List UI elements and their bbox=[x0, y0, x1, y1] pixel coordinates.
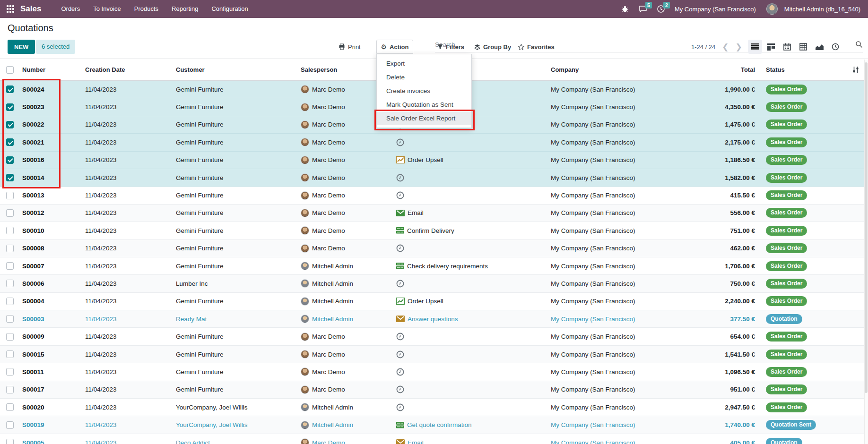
clock-icon[interactable] bbox=[396, 244, 404, 252]
table-row[interactable]: S00021 11/04/2023 Gemini Furniture Marc … bbox=[0, 134, 868, 151]
header-total[interactable]: Total bbox=[683, 66, 758, 73]
kanban-view-icon[interactable] bbox=[764, 40, 778, 54]
table-row[interactable]: S00014 11/04/2023 Gemini Furniture Marc … bbox=[0, 169, 868, 187]
row-checkbox[interactable] bbox=[6, 386, 14, 393]
activities-icon[interactable]: 2 bbox=[654, 0, 668, 18]
row-checkbox[interactable] bbox=[6, 333, 14, 341]
company-switcher[interactable]: My Company (San Francisco) bbox=[672, 6, 759, 13]
header-company[interactable]: Company bbox=[547, 66, 683, 73]
table-row[interactable]: S00011 11/04/2023 Gemini Furniture Marc … bbox=[0, 363, 868, 381]
column-settings-icon[interactable] bbox=[852, 66, 859, 74]
clock-icon[interactable] bbox=[396, 138, 404, 146]
row-checkbox[interactable] bbox=[6, 368, 14, 376]
pivot-view-icon[interactable] bbox=[796, 40, 810, 54]
user-avatar[interactable] bbox=[766, 3, 778, 15]
new-button[interactable]: NEW bbox=[8, 40, 35, 54]
list-view-icon[interactable] bbox=[748, 40, 762, 54]
header-creation-date[interactable]: Creation Date bbox=[82, 66, 173, 73]
table-row[interactable]: S00016 11/04/2023 Gemini Furniture Marc … bbox=[0, 152, 868, 169]
table-row[interactable]: S00017 11/04/2023 Gemini Furniture Marc … bbox=[0, 381, 868, 399]
clock-icon[interactable] bbox=[396, 368, 404, 376]
table-row[interactable]: S00015 11/04/2023 Gemini Furniture Marc … bbox=[0, 346, 868, 363]
email-icon[interactable] bbox=[396, 439, 405, 444]
table-row[interactable]: S00012 11/04/2023 Gemini Furniture Marc … bbox=[0, 205, 868, 222]
row-checkbox[interactable] bbox=[6, 245, 14, 252]
clock-icon[interactable] bbox=[396, 191, 404, 199]
vertical-scrollbar[interactable] bbox=[864, 60, 868, 444]
pager-previous-icon[interactable]: ❮ bbox=[722, 42, 729, 52]
row-checkbox[interactable] bbox=[6, 262, 14, 270]
row-checkbox[interactable] bbox=[6, 209, 14, 217]
row-checkbox[interactable] bbox=[6, 280, 14, 287]
nav-menu-reporting[interactable]: Reporting bbox=[165, 0, 205, 18]
activity-view-icon[interactable] bbox=[828, 40, 842, 54]
search-icon[interactable] bbox=[855, 41, 863, 48]
apps-menu-icon[interactable] bbox=[7, 5, 15, 13]
nav-menu-products[interactable]: Products bbox=[128, 0, 165, 18]
header-status[interactable]: Status bbox=[758, 66, 823, 73]
row-checkbox[interactable] bbox=[6, 439, 14, 444]
row-checkbox[interactable] bbox=[6, 227, 14, 234]
todo-list-icon[interactable] bbox=[396, 422, 404, 428]
print-button[interactable]: Print bbox=[339, 40, 361, 54]
table-row[interactable]: S00013 11/04/2023 Gemini Furniture Marc … bbox=[0, 187, 868, 204]
row-checkbox[interactable] bbox=[6, 174, 14, 181]
messages-icon[interactable]: 5 bbox=[636, 0, 650, 18]
row-checkbox[interactable] bbox=[6, 103, 14, 111]
select-all-checkbox[interactable] bbox=[6, 66, 14, 74]
clock-icon[interactable] bbox=[396, 385, 404, 393]
debug-bug-icon[interactable] bbox=[618, 0, 632, 18]
row-checkbox[interactable] bbox=[6, 315, 14, 323]
nav-menu-configuration[interactable]: Configuration bbox=[205, 0, 254, 18]
clock-icon[interactable] bbox=[396, 350, 404, 359]
graph-view-icon[interactable] bbox=[812, 40, 826, 54]
group-by-button[interactable]: Group By bbox=[474, 40, 511, 54]
todo-list-icon[interactable] bbox=[396, 263, 404, 269]
table-row[interactable]: S00004 11/04/2023 Gemini Furniture Mitch… bbox=[0, 293, 868, 310]
table-row[interactable]: S00005 11/04/2023 Deco Addict Marc Demo … bbox=[0, 434, 868, 444]
row-checkbox[interactable] bbox=[6, 403, 14, 411]
row-checkbox[interactable] bbox=[6, 350, 14, 358]
row-checkbox[interactable] bbox=[6, 85, 14, 93]
pager-next-icon[interactable]: ❯ bbox=[736, 42, 742, 52]
favorites-button[interactable]: Favorites bbox=[518, 40, 555, 54]
action-button[interactable]: ⚙ Action bbox=[376, 40, 413, 54]
clock-icon[interactable] bbox=[396, 174, 404, 182]
action-menu-item[interactable]: Create invoices bbox=[377, 84, 471, 98]
action-menu-item[interactable]: Export bbox=[377, 57, 471, 70]
email-icon[interactable] bbox=[396, 316, 405, 322]
action-menu-item[interactable]: Delete bbox=[377, 70, 471, 84]
clock-icon[interactable] bbox=[396, 333, 404, 341]
upsell-chart-icon[interactable] bbox=[396, 156, 405, 163]
row-checkbox[interactable] bbox=[6, 421, 14, 429]
table-row[interactable]: S00007 11/04/2023 Gemini Furniture Mitch… bbox=[0, 257, 868, 275]
table-row[interactable]: S00009 11/04/2023 Gemini Furniture Marc … bbox=[0, 328, 868, 345]
clock-icon[interactable] bbox=[396, 280, 404, 288]
action-menu-item[interactable]: Sale Order Excel Report bbox=[377, 111, 471, 125]
row-checkbox[interactable] bbox=[6, 192, 14, 199]
action-menu-item[interactable]: Mark Quotation as Sent bbox=[377, 98, 471, 111]
nav-menu-orders[interactable]: Orders bbox=[54, 0, 87, 18]
email-icon[interactable] bbox=[396, 210, 405, 216]
clock-icon[interactable] bbox=[396, 403, 404, 411]
todo-list-icon[interactable] bbox=[396, 227, 404, 234]
table-row[interactable]: S00006 11/04/2023 Lumber Inc Mitchell Ad… bbox=[0, 275, 868, 292]
calendar-view-icon[interactable] bbox=[780, 40, 794, 54]
row-checkbox[interactable] bbox=[6, 156, 14, 164]
user-menu[interactable]: Mitchell Admin (db_16_540) bbox=[781, 6, 863, 13]
filters-button[interactable]: Filters bbox=[437, 40, 464, 54]
header-number[interactable]: Number bbox=[19, 66, 82, 73]
scrollbar-thumb[interactable] bbox=[865, 62, 868, 393]
table-row[interactable]: S00020 11/04/2023 YourCompany, Joel Will… bbox=[0, 399, 868, 416]
table-row[interactable]: S00019 11/04/2023 YourCompany, Joel Will… bbox=[0, 416, 868, 434]
nav-menu-to-invoice[interactable]: To Invoice bbox=[87, 0, 128, 18]
header-customer[interactable]: Customer bbox=[173, 66, 297, 73]
row-checkbox[interactable] bbox=[6, 298, 14, 305]
table-row[interactable]: S00003 11/04/2023 Ready Mat Mitchell Adm… bbox=[0, 310, 868, 328]
row-checkbox[interactable] bbox=[6, 138, 14, 146]
row-checkbox[interactable] bbox=[6, 121, 14, 128]
upsell-chart-icon[interactable] bbox=[396, 298, 405, 305]
table-row[interactable]: S00008 11/04/2023 Gemini Furniture Marc … bbox=[0, 240, 868, 257]
app-name[interactable]: Sales bbox=[20, 4, 41, 14]
table-row[interactable]: S00010 11/04/2023 Gemini Furniture Marc … bbox=[0, 222, 868, 239]
